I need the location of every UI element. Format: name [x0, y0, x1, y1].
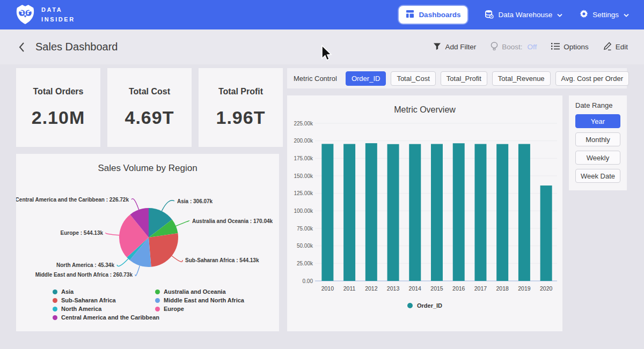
svg-text:2019: 2019 [518, 285, 531, 292]
pie-label-middle-east-and-north-africa: Middle East and North Africa : 260.73k [35, 272, 133, 278]
svg-text:2020: 2020 [540, 285, 553, 292]
pie-legend-column-1: AsiaSub-Saharan AfricaNorth AmericaCentr… [53, 287, 159, 322]
kpi-row: Total Orders 2.10M Total Cost 4.69T Tota… [16, 68, 283, 147]
kpi-value: 1.96T [216, 107, 266, 128]
metric-chip-total-revenue[interactable]: Total_Revenue [492, 71, 551, 86]
metric-control-options: Order_IDTotal_CostTotal_ProfitTotal_Reve… [346, 71, 629, 86]
metric-chip-total-cost[interactable]: Total_Cost [391, 71, 435, 86]
page-header: Sales Dashboard Add Filter Boost:Off [0, 29, 644, 64]
kpi-total-cost: Total Cost 4.69T [107, 68, 192, 147]
legend-item-north-america[interactable]: North America [53, 305, 159, 313]
pie-label-europe: Europe : 544.13k [61, 230, 104, 236]
date-range-monthly[interactable]: Monthly [575, 132, 620, 146]
svg-text:75.00k: 75.00k [297, 226, 313, 232]
legend-dot [53, 298, 57, 303]
brand-logo[interactable]: DATA INSIDER [15, 3, 75, 27]
bar-2010[interactable] [321, 144, 333, 281]
date-range-panel: Date Range YearMonthlyWeeklyWeek Date [569, 95, 627, 190]
add-filter-button[interactable]: Add Filter [433, 42, 476, 52]
bar-2019[interactable] [518, 144, 530, 281]
pie-label-asia: Asia : 306.07k [177, 198, 213, 204]
metric-control-bar: Metric Control Order_IDTotal_CostTotal_P… [287, 68, 627, 88]
bar-2016[interactable] [453, 143, 465, 281]
date-range-week-date[interactable]: Week Date [575, 169, 620, 183]
legend-label: North America [61, 306, 101, 312]
sales-volume-panel: Sales Volume by Region Asia : 306.07kAus… [16, 154, 279, 331]
metric-chip-order-id[interactable]: Order_ID [346, 71, 386, 86]
kpi-value: 2.10M [32, 107, 85, 128]
bar-2011[interactable] [343, 144, 355, 281]
nav-dashboards-button[interactable]: Dashboards [399, 6, 467, 24]
legend-item-europe[interactable]: Europe [155, 305, 244, 313]
legend-label: Australia and Oceania [164, 288, 226, 295]
kpi-label: Total Profit [218, 87, 263, 96]
bar-2015[interactable] [431, 144, 443, 281]
chevron-down-icon [557, 11, 562, 19]
nav-data-warehouse[interactable]: Data Warehouse [485, 10, 562, 20]
legend-item-asia[interactable]: Asia [53, 287, 159, 296]
brand-text: DATA INSIDER [41, 5, 75, 24]
chevron-down-icon [624, 11, 629, 19]
back-button[interactable] [16, 40, 27, 55]
top-nav: DATA INSIDER Dashboards [0, 0, 644, 29]
pie-label-central-america-and-the-caribbean: Central America and the Caribbean : 226.… [16, 197, 129, 203]
options-button[interactable]: Options [551, 42, 589, 51]
pie-label-north-america: North America : 45.34k [56, 262, 114, 268]
legend-label: Europe [164, 306, 184, 312]
boost-balloon-icon [491, 42, 498, 52]
metric-control-label: Metric Control [294, 75, 337, 83]
database-icon [485, 10, 494, 20]
gear-icon [580, 10, 588, 20]
pie-chart-title: Sales Volume by Region [16, 154, 279, 175]
bar-chart-title: Metric Overview [287, 95, 562, 116]
svg-text:150.00k: 150.00k [294, 173, 313, 179]
legend-item-australia-and-oceania[interactable]: Australia and Oceania [155, 287, 244, 296]
legend-dot [155, 289, 160, 294]
legend-label: Order_ID [417, 302, 442, 309]
edit-button[interactable]: Edit [603, 42, 628, 52]
svg-text:2013: 2013 [387, 285, 400, 292]
bar-2013[interactable] [387, 144, 399, 281]
legend-dot [155, 298, 160, 303]
svg-text:2010: 2010 [321, 285, 334, 292]
svg-text:175.00k: 175.00k [294, 155, 313, 161]
kpi-label: Total Cost [129, 87, 170, 96]
kpi-label: Total Orders [33, 87, 84, 96]
legend-item-sub-saharan-africa[interactable]: Sub-Saharan Africa [53, 296, 159, 305]
bar-2014[interactable] [409, 144, 421, 281]
svg-text:2014: 2014 [409, 285, 422, 292]
metric-chip-total-profit[interactable]: Total_Profit [441, 71, 487, 86]
bar-2012[interactable] [365, 143, 377, 281]
nav-settings[interactable]: Settings [580, 10, 629, 20]
owl-logo-icon [15, 3, 35, 27]
pie-slice-sub-saharan-africa[interactable] [149, 233, 178, 267]
bar-2017[interactable] [474, 144, 486, 281]
date-range-weekly[interactable]: Weekly [575, 151, 620, 165]
boost-toggle[interactable]: Boost:Off [491, 42, 537, 52]
legend-item-middle-east-and-north-africa[interactable]: Middle East and North Africa [155, 296, 244, 305]
pie-chart: Asia : 306.07kAustralia and Oceania : 17… [16, 176, 279, 295]
legend-item-central-america-and-the-caribbean[interactable]: Central America and the Caribbean [53, 313, 159, 322]
date-range-label: Date Range [575, 101, 620, 109]
metric-overview-panel: Metric Overview 0.0025.00k50.00k75.00k10… [287, 95, 562, 331]
svg-text:2016: 2016 [452, 285, 465, 292]
bar-2020[interactable] [540, 185, 552, 281]
legend-label: Middle East and North Africa [164, 297, 244, 303]
svg-text:2012: 2012 [365, 285, 378, 292]
date-range-options: YearMonthlyWeeklyWeek Date [575, 114, 620, 187]
legend-dot [155, 307, 160, 311]
svg-text:2017: 2017 [474, 285, 487, 292]
svg-text:125.00k: 125.00k [294, 190, 313, 196]
bar-chart: 0.0025.00k50.00k75.00k100.00k125.00k150.… [287, 116, 562, 298]
legend-dot [53, 289, 57, 294]
svg-text:2015: 2015 [430, 285, 443, 292]
kpi-total-orders: Total Orders 2.10M [16, 68, 100, 147]
dashboard-content: Total Orders 2.10M Total Cost 4.69T Tota… [0, 64, 644, 349]
kpi-total-profit: Total Profit 1.96T [199, 68, 283, 147]
date-range-year[interactable]: Year [575, 114, 620, 128]
metric-chip-avg-cost-per-order[interactable]: Avg. Cost per Order [555, 71, 629, 86]
legend-dot [53, 315, 57, 320]
edit-pencil-icon [603, 42, 612, 52]
svg-text:25.00k: 25.00k [297, 261, 313, 266]
bar-2018[interactable] [496, 144, 508, 281]
